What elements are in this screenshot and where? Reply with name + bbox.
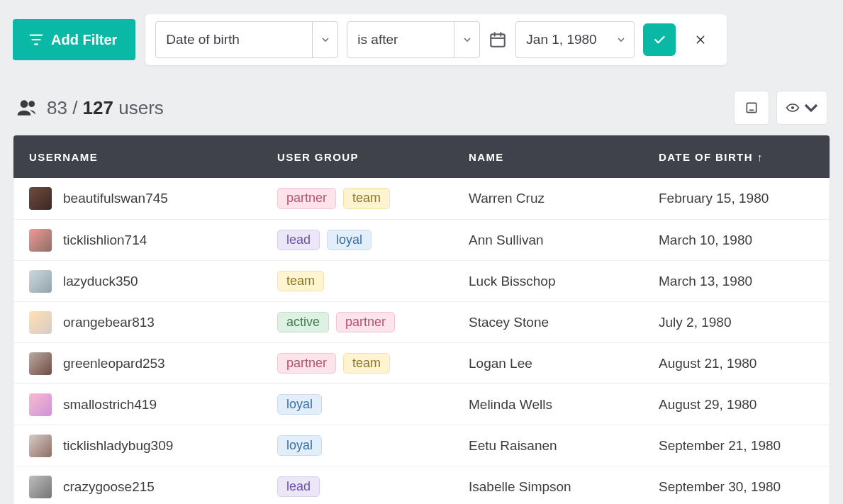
tag-lead: lead: [277, 476, 320, 498]
cell-name: Isabelle Simpson: [453, 466, 643, 504]
caret-down-icon: [608, 22, 634, 57]
filter-icon: [28, 32, 44, 47]
cell-dob: August 29, 1980: [643, 384, 830, 425]
filter-field-select[interactable]: Date of birth: [155, 21, 338, 58]
avatar: [29, 270, 52, 293]
cell-username: smallostrich419: [13, 384, 262, 425]
cell-username: greenleopard253: [13, 343, 262, 383]
tag-team: team: [277, 271, 324, 292]
filter-date-select[interactable]: Jan 1, 1980: [515, 21, 635, 58]
avatar: [29, 476, 52, 498]
avatar: [29, 352, 52, 375]
col-name[interactable]: NAME: [453, 135, 643, 178]
table-row[interactable]: lazyduck350teamLuck BisschopMarch 13, 19…: [13, 260, 830, 301]
remove-filter-button[interactable]: [684, 23, 717, 56]
filtered-count: 83: [47, 97, 67, 118]
table-row[interactable]: crazygoose215leadIsabelle SimpsonSeptemb…: [13, 466, 830, 504]
cell-usergroup: partnerteam: [262, 178, 453, 219]
tag-loyal: loyal: [327, 230, 372, 251]
avatar: [29, 187, 52, 210]
cell-name: Warren Cruz: [453, 178, 643, 219]
total-count: 127: [83, 97, 113, 118]
apply-filter-button[interactable]: [643, 23, 676, 56]
cell-usergroup: partnerteam: [262, 343, 453, 383]
calendar-icon[interactable]: [489, 30, 507, 49]
close-icon: [695, 34, 706, 45]
export-icon: [744, 101, 759, 115]
table-row[interactable]: ticklishladybug309loyalEetu RaisanenSept…: [13, 425, 830, 466]
cell-username: crazygoose215: [13, 466, 262, 504]
cell-dob: September 21, 1980: [643, 425, 830, 466]
username: ticklishladybug309: [63, 438, 173, 454]
table-row[interactable]: orangebear813activepartnerStacey StoneJu…: [13, 301, 830, 342]
users-icon: [16, 96, 38, 119]
cell-username: ticklishladybug309: [13, 425, 262, 466]
cell-dob: September 30, 1980: [643, 466, 830, 504]
cell-dob: March 10, 1980: [643, 220, 830, 260]
username: orangebear813: [63, 315, 155, 330]
username: greenleopard253: [63, 356, 165, 371]
cell-dob: February 15, 1980: [643, 178, 830, 219]
avatar: [29, 435, 52, 457]
add-filter-button[interactable]: Add Filter: [13, 19, 135, 60]
svg-point-2: [28, 101, 35, 107]
cell-username: ticklishlion714: [13, 220, 262, 260]
tag-partner: partner: [277, 188, 336, 209]
cell-name: Logan Lee: [453, 343, 643, 383]
tag-partner: partner: [277, 353, 336, 374]
export-button[interactable]: [734, 91, 769, 125]
cell-name: Eetu Raisanen: [453, 425, 643, 466]
username: beautifulswan745: [63, 191, 168, 206]
add-filter-label: Add Filter: [51, 32, 117, 48]
cell-usergroup: lead: [262, 466, 453, 504]
username: ticklishlion714: [63, 233, 147, 248]
cell-usergroup: leadloyal: [262, 220, 453, 260]
table-row[interactable]: ticklishlion714leadloyalAnn SullivanMarc…: [13, 219, 830, 260]
cell-usergroup: activepartner: [262, 302, 453, 342]
col-usergroup[interactable]: USER GROUP: [262, 135, 453, 178]
cell-name: Melinda Wells: [453, 384, 643, 425]
result-count: 83 / 127 users: [47, 97, 164, 119]
filter-field-value: Date of birth: [156, 32, 312, 47]
filter-builder: Date of birth is after Jan 1,: [145, 14, 727, 65]
username: smallostrich419: [63, 397, 157, 413]
eye-icon: [786, 101, 800, 115]
tag-loyal: loyal: [277, 435, 322, 457]
cell-name: Ann Sullivan: [453, 220, 643, 260]
col-username[interactable]: USERNAME: [13, 135, 262, 178]
table-row[interactable]: smallostrich419loyalMelinda WellsAugust …: [13, 383, 830, 425]
cell-username: orangebear813: [13, 302, 262, 342]
users-table: USERNAME USER GROUP NAME DATE OF BIRTH ↑…: [13, 135, 830, 504]
username: lazyduck350: [63, 274, 138, 289]
col-dob[interactable]: DATE OF BIRTH ↑: [643, 135, 830, 178]
filter-operator-select[interactable]: is after: [347, 21, 480, 58]
tag-team: team: [343, 188, 390, 209]
table-row[interactable]: beautifulswan745partnerteamWarren CruzFe…: [13, 178, 830, 219]
username: crazygoose215: [63, 479, 155, 495]
table-row[interactable]: greenleopard253partnerteamLogan LeeAugus…: [13, 342, 830, 383]
cell-dob: March 13, 1980: [643, 261, 830, 301]
cell-username: beautifulswan745: [13, 178, 262, 219]
cell-name: Stacey Stone: [453, 302, 643, 342]
cell-usergroup: team: [262, 261, 453, 301]
cell-usergroup: loyal: [262, 384, 453, 425]
cell-dob: July 2, 1980: [643, 302, 830, 342]
caret-down-icon: [804, 101, 818, 115]
sort-asc-icon: ↑: [757, 151, 764, 163]
tag-team: team: [343, 353, 390, 374]
cell-usergroup: loyal: [262, 425, 453, 466]
svg-rect-3: [747, 103, 756, 112]
avatar: [29, 229, 52, 252]
cell-dob: August 21, 1980: [643, 343, 830, 383]
filter-operator-value: is after: [347, 32, 454, 47]
check-icon: [652, 33, 666, 47]
cell-username: lazyduck350: [13, 261, 262, 301]
svg-point-1: [21, 100, 28, 108]
tag-lead: lead: [277, 230, 320, 251]
tag-active: active: [277, 312, 329, 333]
caret-down-icon: [312, 22, 337, 57]
caret-down-icon: [454, 22, 479, 57]
svg-point-4: [791, 106, 794, 109]
visibility-button[interactable]: [776, 91, 827, 125]
filter-date-value: Jan 1, 1980: [516, 32, 608, 47]
